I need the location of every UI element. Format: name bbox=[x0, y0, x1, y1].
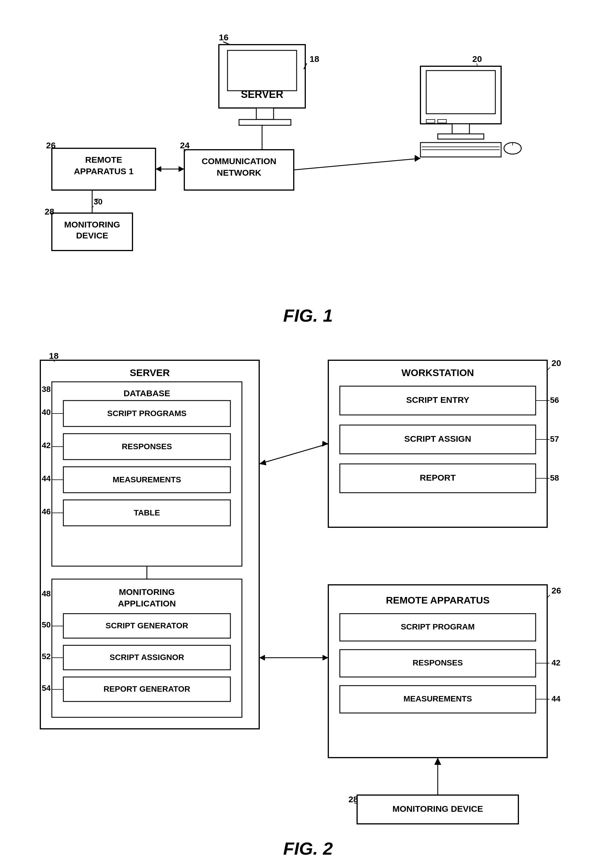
fig1-svg: 16 SERVER 18 COMMUNICATION NETWORK 24 bbox=[23, 17, 616, 294]
label-52: 52 bbox=[42, 652, 51, 661]
label-26: 26 bbox=[46, 140, 56, 150]
workstation-stand bbox=[452, 124, 470, 134]
workstation-title: WORKSTATION bbox=[401, 367, 474, 378]
script-assign-label: SCRIPT ASSIGN bbox=[404, 434, 471, 443]
script-program-label: SCRIPT PROGRAM bbox=[401, 622, 475, 631]
monitor-dev-label1: MONITORING bbox=[64, 220, 120, 229]
label-28: 28 bbox=[45, 207, 54, 216]
remote-label1: REMOTE bbox=[85, 155, 122, 165]
arrow-comm-ws bbox=[415, 155, 420, 162]
svg-rect-8 bbox=[438, 119, 446, 123]
server-neck bbox=[256, 108, 273, 119]
svg-rect-7 bbox=[426, 119, 435, 123]
fig2-label-26: 26 bbox=[552, 586, 561, 595]
label-42: 42 bbox=[42, 441, 51, 450]
label-42-remote: 42 bbox=[552, 658, 560, 667]
server-base bbox=[239, 119, 291, 125]
measurements-label-remote: MEASUREMENTS bbox=[404, 694, 472, 703]
arrow-remote-comm-l bbox=[156, 166, 161, 172]
remote-label2: APPARATUS 1 bbox=[74, 167, 134, 176]
main-container: 16 SERVER 18 COMMUNICATION NETWORK 24 bbox=[0, 0, 616, 861]
database-label: DATABASE bbox=[124, 388, 170, 398]
label-38: 38 bbox=[42, 385, 51, 394]
workstation-screen bbox=[426, 71, 495, 114]
fig2-label-18: 18 bbox=[49, 351, 58, 361]
label-46: 46 bbox=[42, 507, 51, 516]
fig1-diagram: 16 SERVER 18 COMMUNICATION NETWORK 24 bbox=[23, 17, 593, 294]
fig1-title: FIG. 1 bbox=[23, 305, 593, 326]
label-24: 24 bbox=[180, 140, 190, 150]
monitoring-app-title2: APPLICATION bbox=[118, 599, 176, 608]
server-label-fig1: SERVER bbox=[241, 88, 283, 100]
fig2-svg: 18 SERVER DATABASE 38 SCRIPT PROGRAMS 40… bbox=[23, 343, 616, 827]
table-label-server: TABLE bbox=[134, 508, 160, 517]
server-screen bbox=[228, 50, 297, 91]
label-58: 58 bbox=[550, 473, 559, 482]
responses-label-remote: RESPONSES bbox=[413, 658, 463, 667]
label-50: 50 bbox=[42, 620, 51, 629]
comm-network-label2: NETWORK bbox=[217, 168, 261, 178]
arrow-server-ws bbox=[259, 444, 328, 464]
workstation-base-top bbox=[438, 134, 484, 139]
remote-apparatus-title: REMOTE APPARATUS bbox=[386, 595, 490, 606]
fig2-server-title: SERVER bbox=[130, 367, 170, 378]
arrowhead-server-ws-r bbox=[322, 441, 328, 447]
monitoring-device-label-fig2: MONITORING DEVICE bbox=[393, 804, 483, 814]
script-entry-label: SCRIPT ENTRY bbox=[406, 395, 470, 405]
fig2-title: FIG. 2 bbox=[23, 838, 593, 859]
arrowhead-server-ws-l bbox=[259, 460, 266, 465]
fig2-title-text: FIG. 2 bbox=[283, 839, 333, 858]
script-assignor-label: SCRIPT ASSIGNOR bbox=[110, 653, 184, 662]
fig2-label-20: 20 bbox=[552, 358, 561, 368]
arrowhead-server-remote-l bbox=[259, 655, 265, 661]
fig1-title-text: FIG. 1 bbox=[283, 306, 333, 325]
label-54: 54 bbox=[42, 683, 51, 693]
line-comm-ws bbox=[294, 159, 420, 170]
responses-label-server: RESPONSES bbox=[122, 442, 172, 451]
arrow-remote-comm-r bbox=[179, 166, 184, 172]
fig2-diagram: 18 SERVER DATABASE 38 SCRIPT PROGRAMS 40… bbox=[23, 343, 593, 833]
report-generator-label: REPORT GENERATOR bbox=[104, 685, 190, 693]
monitor-dev-label2: DEVICE bbox=[76, 231, 108, 240]
label-57: 57 bbox=[550, 435, 559, 443]
arrowhead-server-remote-r bbox=[322, 655, 328, 661]
label-16: 16 bbox=[219, 33, 228, 42]
label-56: 56 bbox=[550, 396, 559, 405]
comm-network-label1: COMMUNICATION bbox=[201, 156, 276, 166]
fig2-label-28: 28 bbox=[349, 795, 358, 804]
monitoring-app-title1: MONITORING bbox=[119, 587, 175, 597]
label-18: 18 bbox=[310, 54, 319, 64]
script-generator-label: SCRIPT GENERATOR bbox=[106, 621, 189, 630]
label-20: 20 bbox=[472, 54, 482, 64]
label-48: 48 bbox=[42, 589, 51, 598]
arrowhead-mondev-remote bbox=[434, 757, 441, 765]
report-label: REPORT bbox=[420, 473, 456, 482]
label-44: 44 bbox=[42, 474, 51, 483]
label-40: 40 bbox=[42, 408, 51, 417]
script-programs-label: SCRIPT PROGRAMS bbox=[107, 409, 186, 418]
measurements-label-server: MEASUREMENTS bbox=[113, 475, 181, 484]
label-44-remote: 44 bbox=[552, 694, 561, 703]
bracket-30: ⌐ bbox=[95, 195, 99, 203]
